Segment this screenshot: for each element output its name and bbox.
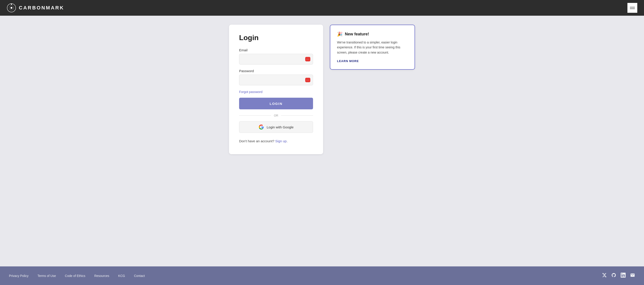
hamburger-line-2 <box>630 8 635 9</box>
linkedin-icon[interactable] <box>621 273 626 279</box>
footer-navigation: Privacy Policy Terms of Use Code of Ethi… <box>9 274 145 278</box>
email-icon[interactable] <box>630 273 635 279</box>
signup-prompt: Don't have an account? Sign up. <box>239 139 313 143</box>
footer-link-terms-of-use[interactable]: Terms of Use <box>38 274 56 278</box>
logo-area: CARBONMARK <box>7 3 64 12</box>
hamburger-menu-button[interactable] <box>628 3 637 13</box>
learn-more-link[interactable]: LEARN MORE <box>337 60 359 63</box>
carbonmark-logo-icon <box>7 3 16 12</box>
footer-social-icons <box>602 273 635 279</box>
feature-title: New feature! <box>345 32 369 36</box>
hamburger-line-1 <box>630 7 635 8</box>
email-label: Email <box>239 48 313 52</box>
footer: Privacy Policy Terms of Use Code of Ethi… <box>0 266 644 285</box>
password-autofill-icon: ··· <box>305 78 310 82</box>
feature-card: 🎉 New feature! We've transitioned to a s… <box>330 25 415 70</box>
google-login-button[interactable]: Login with Google <box>239 121 313 133</box>
login-button[interactable]: LOGIN <box>239 98 313 109</box>
login-card: Login Email ··· Password ··· Forgot pass… <box>229 25 323 154</box>
footer-link-kcg[interactable]: KCG <box>118 274 125 278</box>
footer-link-code-of-ethics[interactable]: Code of Ethics <box>65 274 85 278</box>
email-input-wrapper: ··· <box>239 54 313 64</box>
google-button-label: Login with Google <box>267 125 294 129</box>
github-icon[interactable] <box>611 273 616 279</box>
email-input[interactable] <box>239 54 313 64</box>
feature-emoji: 🎉 <box>337 31 342 37</box>
signup-link[interactable]: Sign up <box>275 139 286 143</box>
feature-description: We've transitioned to a simpler, easier … <box>337 40 408 55</box>
logo-text: CARBONMARK <box>19 5 64 11</box>
login-title: Login <box>239 34 313 42</box>
footer-link-privacy-policy[interactable]: Privacy Policy <box>9 274 28 278</box>
footer-link-contact[interactable]: Contact <box>134 274 145 278</box>
footer-link-resources[interactable]: Resources <box>94 274 109 278</box>
password-input-wrapper: ··· <box>239 74 313 85</box>
feature-card-header: 🎉 New feature! <box>337 31 408 37</box>
email-form-group: Email ··· <box>239 48 313 64</box>
forgot-password-link[interactable]: Forgot password <box>239 90 262 94</box>
main-content: Login Email ··· Password ··· Forgot pass… <box>0 16 644 266</box>
svg-point-1 <box>10 7 12 9</box>
google-logo-icon <box>258 124 264 130</box>
email-autofill-icon: ··· <box>305 57 310 62</box>
twitter-icon[interactable] <box>602 273 607 279</box>
svg-point-3 <box>11 4 12 5</box>
password-form-group: Password ··· <box>239 69 313 85</box>
header: CARBONMARK <box>0 0 644 16</box>
password-input[interactable] <box>239 74 313 85</box>
or-text: OR <box>274 114 278 117</box>
or-divider: OR <box>239 114 313 117</box>
password-label: Password <box>239 69 313 73</box>
